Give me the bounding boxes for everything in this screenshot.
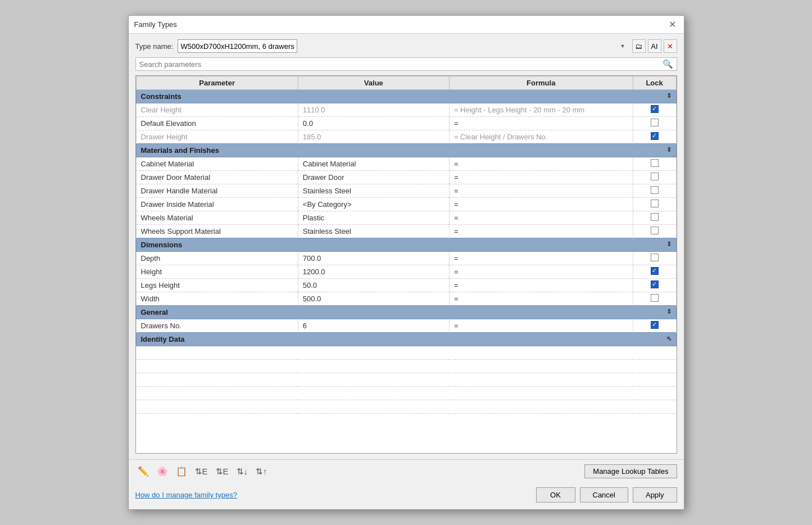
ok-button[interactable]: OK [536,487,575,503]
param-lock[interactable] [633,252,676,265]
param-value[interactable]: 700.0 [298,252,449,265]
search-input[interactable] [139,60,663,69]
param-formula[interactable]: = [449,117,633,130]
section-header-materials-and-finishes[interactable]: Materials and Finishes⇕ [136,144,676,157]
param-value[interactable]: <By Category> [298,198,449,211]
param-name: Drawer Door Material [136,171,298,184]
table-row[interactable]: Drawers No.6= [136,319,676,333]
lock-checkbox[interactable] [651,267,659,275]
lock-checkbox[interactable] [651,159,659,167]
param-formula[interactable]: = [449,225,633,238]
param-lock[interactable] [633,292,676,306]
table-row[interactable]: Depth700.0= [136,252,676,265]
param-name: Drawers No. [136,319,298,333]
table-row[interactable]: Cabinet MaterialCabinet Material= [136,157,676,171]
sort-asc-icon[interactable]: ⇅E [193,465,210,478]
param-lock[interactable] [633,130,676,144]
param-value[interactable]: 1200.0 [298,265,449,279]
section-header-identity-data[interactable]: Identity Data⇖ [136,333,676,346]
section-header-dimensions[interactable]: Dimensions⇕ [136,238,676,252]
param-formula[interactable]: = [449,171,633,184]
lock-checkbox[interactable] [651,119,659,126]
manage-lookup-button[interactable]: Manage Lookup Tables [584,464,677,478]
apply-button[interactable]: Apply [633,487,677,503]
param-formula[interactable]: = [449,198,633,211]
param-formula[interactable]: = [449,211,633,225]
param-lock[interactable] [633,184,676,198]
close-button[interactable]: ✕ [666,19,678,30]
param-value[interactable]: 1110.0 [298,103,449,117]
duplicate-type-button[interactable]: 🗂 [632,39,646,53]
param-lock[interactable] [633,171,676,184]
table-row[interactable]: Drawer Handle MaterialStainless Steel= [136,184,676,198]
lock-checkbox[interactable] [651,186,659,194]
lock-checkbox[interactable] [651,200,659,207]
type-name-row: Type name: W500xD700xH1200mm, 6 drawers … [135,39,677,53]
type-name-select[interactable]: W500xD700xH1200mm, 6 drawers [178,39,297,53]
param-name: Height [136,265,298,279]
lock-checkbox[interactable] [651,321,659,329]
param-formula[interactable]: = [449,184,633,198]
param-lock[interactable] [633,157,676,171]
param-lock[interactable] [633,198,676,211]
lock-checkbox[interactable] [651,280,659,288]
table-row[interactable]: Drawer Height185.0= Clear Height / Drawe… [136,130,676,144]
param-lock[interactable] [633,279,676,292]
param-value[interactable]: Stainless Steel [298,225,449,238]
table-row[interactable]: Width500.0= [136,292,676,306]
section-header-general[interactable]: General⇕ [136,306,676,319]
empty-row [136,387,676,400]
param-formula[interactable]: = [449,292,633,306]
param-value[interactable]: 500.0 [298,292,449,306]
edit-icon[interactable]: ✏️ [135,465,151,478]
param-lock[interactable] [633,103,676,117]
sort-desc-icon[interactable]: ⇅E [214,465,231,478]
param-formula[interactable]: = Clear Height / Drawers No. [449,130,633,144]
param-value[interactable]: Drawer Door [298,171,449,184]
table-row[interactable]: Drawer Door MaterialDrawer Door= [136,171,676,184]
lock-checkbox[interactable] [651,132,659,140]
param-lock[interactable] [633,211,676,225]
param-lock[interactable] [633,265,676,279]
param-value[interactable]: 0.0 [298,117,449,130]
param-formula[interactable]: = [449,252,633,265]
lock-checkbox[interactable] [651,227,659,234]
delete-type-button[interactable]: ✕ [664,39,677,53]
move-down-icon[interactable]: ⇅↑ [253,465,270,478]
lock-checkbox[interactable] [651,173,659,180]
param-value[interactable]: Plastic [298,211,449,225]
table-row[interactable]: Drawer Inside Material<By Category>= [136,198,676,211]
param-value[interactable]: 185.0 [298,130,449,144]
param-lock[interactable] [633,117,676,130]
lock-checkbox[interactable] [651,213,659,221]
dialog-title: Family Types [134,20,177,29]
param-formula[interactable]: = [449,157,633,171]
table-row[interactable]: Wheels MaterialPlastic= [136,211,676,225]
table-row[interactable]: Height1200.0= [136,265,676,279]
lock-checkbox[interactable] [651,294,659,302]
table-row[interactable]: Clear Height1110.0= Height - Legs Height… [136,103,676,117]
param-lock[interactable] [633,225,676,238]
lock-checkbox[interactable] [651,254,659,261]
cancel-button[interactable]: Cancel [580,487,628,503]
new-param-icon[interactable]: 🌸 [155,465,170,478]
table-row[interactable]: Default Elevation0.0= [136,117,676,130]
param-formula[interactable]: = [449,279,633,292]
param-value[interactable]: 50.0 [298,279,449,292]
param-value[interactable]: 6 [298,319,449,333]
rename-type-button[interactable]: AI [648,39,661,53]
table-row[interactable]: Wheels Support MaterialStainless Steel= [136,225,676,238]
copy-icon[interactable]: 📋 [174,465,189,478]
lock-checkbox[interactable] [651,105,659,113]
param-formula[interactable]: = [449,265,633,279]
param-name: Drawer Inside Material [136,198,298,211]
param-value[interactable]: Stainless Steel [298,184,449,198]
param-lock[interactable] [633,319,676,333]
param-formula[interactable]: = Height - Legs Height - 20 mm - 20 mm [449,103,633,117]
help-link[interactable]: How do I manage family types? [135,491,237,499]
section-header-constraints[interactable]: Constraints⇕ [136,90,676,103]
param-formula[interactable]: = [449,319,633,333]
param-value[interactable]: Cabinet Material [298,157,449,171]
table-row[interactable]: Legs Height50.0= [136,279,676,292]
move-up-icon[interactable]: ⇅↓ [234,465,251,478]
